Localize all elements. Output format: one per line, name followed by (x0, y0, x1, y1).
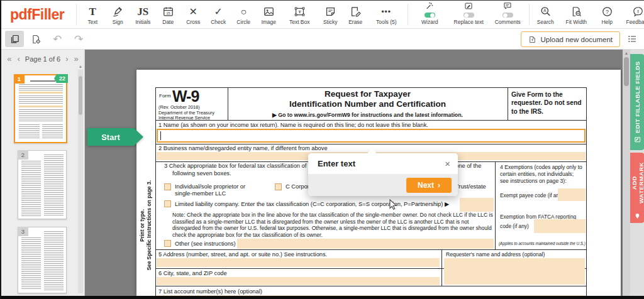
undo-button[interactable]: ↶ (48, 31, 67, 47)
last-page-button[interactable]: » (73, 55, 79, 63)
first-page-button[interactable]: « (6, 55, 12, 63)
form-number: W-9 (172, 87, 199, 106)
panel-settings-button[interactable] (625, 32, 639, 46)
tools-more-button[interactable]: ••• Tools (5) (368, 1, 404, 28)
name-input-field[interactable] (157, 129, 586, 143)
date-icon: 15 (162, 5, 174, 18)
requester-field[interactable] (444, 258, 585, 285)
form-revision: (Rev. October 2018) (158, 104, 200, 110)
pdffiller-logo[interactable]: pdfFiller (10, 6, 64, 23)
mouse-cursor (389, 199, 397, 212)
page-thumbnails-button[interactable] (5, 31, 24, 47)
tab-label: ADD WATERMARK (631, 156, 644, 210)
check-tool-button[interactable]: ✓ Check (206, 1, 231, 28)
document-scrollbar-thumb[interactable] (624, 57, 629, 86)
tooltip-close-button[interactable]: × (445, 159, 450, 168)
redo-button[interactable]: ↷ (69, 31, 88, 47)
tool-label: Sticky (323, 19, 338, 25)
wizard-toggle-button[interactable]: Wizard (411, 1, 448, 28)
individual-label: Individual/sole proprietor or (175, 183, 245, 190)
city-state-zip-field[interactable] (157, 277, 440, 285)
replace-text-toggle-button[interactable]: Replace text (448, 1, 489, 28)
feedback-button[interactable]: ! Feedback (619, 1, 644, 28)
sign-tool-button[interactable]: Sign (105, 1, 130, 28)
prev-page-button[interactable]: ‹ (17, 55, 21, 63)
toolbar-divider (529, 4, 530, 25)
date-tool-button[interactable]: 15 Date (155, 1, 180, 28)
top-toolbar: pdfFiller T Text Sign JS Initials 15 Dat… (1, 1, 644, 29)
window-bottom-edge (1, 296, 644, 299)
feedback-icon: ! (632, 5, 644, 18)
replace-text-icon (464, 1, 474, 11)
replace-text-toggle-switch[interactable] (464, 13, 474, 18)
circle-icon: ○ (240, 5, 247, 18)
sub-toolbar: ↶ ↷ Upload new document (1, 29, 644, 50)
sidebar-scrollbar-thumb[interactable] (79, 76, 82, 115)
individual-label2: single-member LLC (175, 190, 226, 197)
address-field[interactable] (157, 258, 440, 267)
erase-tool-button[interactable]: Erase (343, 1, 368, 28)
cross-tool-button[interactable]: ✕ Cross (180, 1, 206, 28)
comments-toggle-button[interactable]: Comments (489, 1, 526, 28)
form-irs: Internal Revenue Service (158, 115, 210, 121)
tool-label: Fit Width (565, 19, 587, 25)
sidebar-scroll-up-button[interactable]: ▲ (78, 63, 83, 69)
line5-label: 5 Address (number, street, and apt. or s… (158, 251, 327, 258)
document-scrollbar-track[interactable] (623, 50, 630, 296)
page-gear-icon (31, 34, 42, 45)
textbox-tool-button[interactable]: T Text Box (281, 1, 318, 28)
other-checkbox[interactable] (164, 240, 171, 247)
pages-icon (9, 34, 20, 45)
page-settings-button[interactable] (26, 31, 45, 47)
comments-toggle-switch[interactable] (502, 13, 513, 18)
sticky-tool-button[interactable]: Sticky (318, 1, 343, 28)
sticky-icon (325, 5, 336, 18)
thumbnail-page-1[interactable]: 1 22 (14, 74, 67, 143)
llc-checkbox[interactable] (164, 200, 171, 207)
tool-label: Date (162, 19, 174, 25)
thumb-art (44, 155, 64, 216)
thumb-art (19, 106, 63, 107)
edit-fillable-fields-tab[interactable]: EDIT FILLABLE FIELDS (630, 54, 644, 150)
upload-new-document-button[interactable]: Upload new document (521, 31, 620, 47)
form-goto-line: ▶ Go to www.irs.gov/FormW9 for instructi… (228, 112, 508, 118)
more-dots-icon: ••• (381, 5, 391, 18)
tool-label: Image (261, 19, 276, 25)
next-arrow-icon: › (438, 181, 440, 190)
thumbnail-page-2[interactable]: 2 (18, 150, 67, 219)
start-guide-flag[interactable]: Start (87, 128, 134, 146)
print-or-type-margin-note: Print or type. See Specific Instructions… (139, 164, 152, 286)
textbox-icon: T (294, 5, 306, 18)
image-tool-button[interactable]: Image (256, 1, 281, 28)
c-corporation-checkbox[interactable] (275, 183, 282, 190)
text-tool-button[interactable]: T Text (80, 1, 105, 28)
fit-width-button[interactable]: Fit Width (558, 1, 594, 28)
next-page-button[interactable]: › (65, 55, 69, 63)
help-icon: ? (601, 5, 613, 18)
watermark-icon (634, 213, 641, 219)
thumb-art (19, 109, 63, 122)
individual-checkbox[interactable] (164, 183, 171, 190)
fatca-code-field[interactable] (534, 219, 586, 233)
llc-classification-field[interactable] (460, 198, 494, 212)
other-field[interactable] (237, 239, 494, 249)
exempt-payee-field[interactable] (558, 188, 586, 201)
help-button[interactable]: ? Help (594, 1, 619, 28)
add-watermark-tab[interactable]: ADD WATERMARK (630, 153, 644, 223)
tool-label: Tools (5) (376, 19, 397, 25)
thumbnail-page-3[interactable]: 3 (18, 227, 67, 293)
search-button[interactable]: A Search (533, 1, 558, 28)
svg-text:T: T (298, 9, 301, 14)
tab-label: EDIT FILLABLE FIELDS (634, 61, 641, 133)
trust-estate-label: Trust/estate (455, 183, 486, 190)
circle-tool-button[interactable]: ○ Circle (231, 1, 256, 28)
form-word: Form (159, 93, 171, 99)
toolbar-divider (76, 4, 77, 25)
initials-tool-button[interactable]: JS Initials (130, 1, 155, 28)
thumb-art (21, 237, 41, 290)
text-icon: T (89, 5, 96, 18)
tooltip-next-button[interactable]: Next › (406, 178, 452, 193)
document-scroll-up-button[interactable]: ▲ (623, 50, 630, 56)
fit-width-icon (570, 5, 582, 18)
wizard-toggle-switch[interactable] (425, 13, 435, 18)
